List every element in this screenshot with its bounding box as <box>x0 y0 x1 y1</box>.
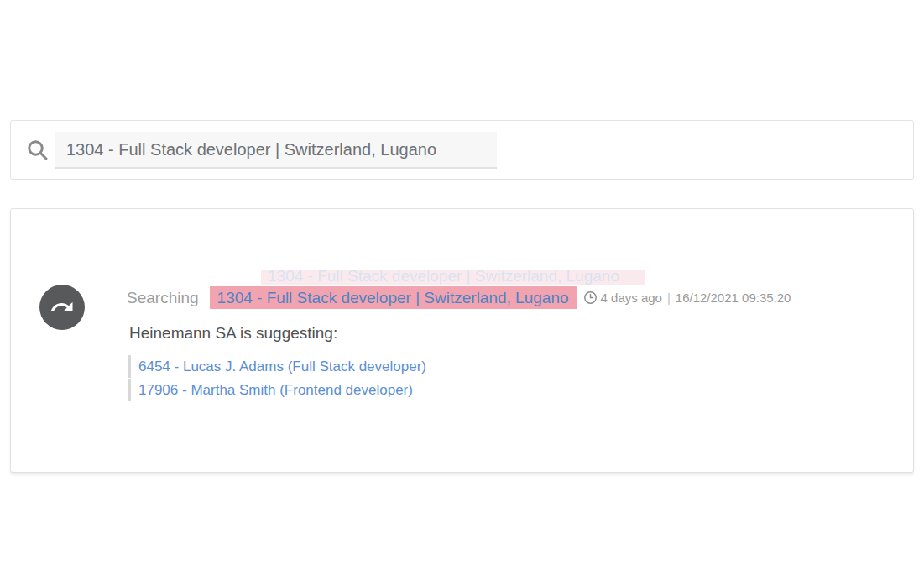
ghost-search-highlight: 1304 - Full Stack developer | Switzerlan… <box>261 270 645 285</box>
forward-arrow-icon <box>50 295 75 320</box>
search-panel <box>10 120 914 180</box>
suggestion-link-candidate-1[interactable]: 6454 - Lucas J. Adams (Full Stack develo… <box>138 359 426 375</box>
clock-icon <box>583 290 598 305</box>
suggestion-heading: Heinemann SA is suggesting: <box>129 324 337 343</box>
suggestion-item: 6454 - Lucas J. Adams (Full Stack develo… <box>128 355 426 378</box>
suggestion-list: 6454 - Lucas J. Adams (Full Stack develo… <box>128 355 426 402</box>
suggestion-link-candidate-2[interactable]: 17906 - Martha Smith (Frontend developer… <box>138 382 413 399</box>
timestamp-absolute: 16/12/2021 09:35:20 <box>676 290 791 305</box>
ghost-search-highlight-text: 1304 - Full Stack developer | Switzerlan… <box>261 270 645 285</box>
activity-card: 1304 - Full Stack developer | Switzerlan… <box>10 208 914 473</box>
search-icon <box>25 138 50 163</box>
suggestion-item: 17906 - Martha Smith (Frontend developer… <box>128 379 426 401</box>
search-input[interactable] <box>55 132 497 169</box>
timestamp: 4 days ago | 16/12/2021 09:35:20 <box>583 290 791 305</box>
timestamp-relative: 4 days ago <box>601 290 662 305</box>
activity-search-row: Searching 1304 - Full Stack developer | … <box>127 286 899 309</box>
timestamp-separator: | <box>667 290 671 305</box>
searching-label: Searching <box>127 289 199 307</box>
search-query-highlight[interactable]: 1304 - Full Stack developer | Switzerlan… <box>210 286 577 309</box>
action-avatar <box>39 285 85 330</box>
